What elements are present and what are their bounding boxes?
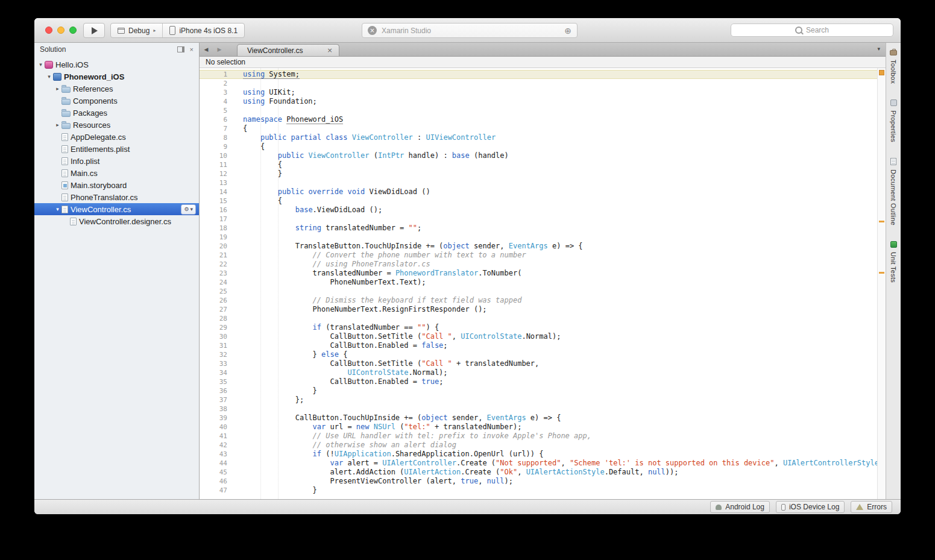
code-line-12[interactable]: 12 } xyxy=(200,169,886,178)
code-line-37[interactable]: 37 }; xyxy=(200,395,886,404)
code-line-16[interactable]: 16 base.ViewDidLoad (); xyxy=(200,206,886,215)
code-line-3[interactable]: 3using UIKit; xyxy=(200,88,886,97)
run-button[interactable] xyxy=(83,23,105,38)
tree-item-phonetranslator-cs[interactable]: PhoneTranslator.cs xyxy=(34,191,199,203)
tree-item-phoneword-ios[interactable]: ▾Phoneword_iOS xyxy=(34,71,199,83)
code-line-30[interactable]: 30 CallButton.SetTitle ("Call ", UIContr… xyxy=(200,332,886,341)
code-editor-surface[interactable]: 1using System;23using UIKit;4using Found… xyxy=(200,68,886,499)
tree-item-hello-ios[interactable]: ▾Hello.iOS xyxy=(34,58,199,71)
code-text: public ViewController (IntPtr handle) : … xyxy=(233,151,509,160)
tree-item-main-storyboard[interactable]: Main.storyboard xyxy=(34,179,199,191)
code-line-13[interactable]: 13 xyxy=(200,178,886,187)
dock-icon[interactable] xyxy=(177,46,184,52)
close-icon[interactable] xyxy=(190,46,194,52)
code-line-8[interactable]: 8 public partial class ViewController : … xyxy=(200,133,886,142)
code-line-11[interactable]: 11 { xyxy=(200,160,886,169)
code-line-1[interactable]: 1using System; xyxy=(200,70,886,79)
code-line-44[interactable]: 44 var alert = UIAlertController.Create … xyxy=(200,459,886,468)
expand-arrow-icon[interactable]: ▸ xyxy=(54,122,61,128)
tree-item-entitlements-plist[interactable]: Entitlements.plist xyxy=(34,143,199,155)
close-tab-icon[interactable] xyxy=(327,46,332,54)
code-line-9[interactable]: 9 { xyxy=(200,142,886,151)
status-button-errors[interactable]: Errors xyxy=(851,501,892,513)
code-line-17[interactable]: 17 xyxy=(200,215,886,224)
line-number: 29 xyxy=(200,323,233,332)
collapse-arrow-icon[interactable]: ▾ xyxy=(54,206,61,212)
zoom-window-button[interactable] xyxy=(69,27,77,34)
expand-arrow-icon[interactable]: ▸ xyxy=(54,86,61,92)
code-line-23[interactable]: 23 translatedNumber = PhonewordTranslato… xyxy=(200,269,886,278)
side-tab-document-outline[interactable]: Document Outline xyxy=(890,158,897,225)
code-line-45[interactable]: 45 alert.AddAction (UIAlertAction.Create… xyxy=(200,468,886,477)
code-line-25[interactable]: 25 xyxy=(200,287,886,296)
code-line-34[interactable]: 34 UIControlState.Normal); xyxy=(200,368,886,377)
code-line-36[interactable]: 36 } xyxy=(200,386,886,395)
collapse-arrow-icon[interactable]: ▾ xyxy=(45,74,53,80)
tab-list-dropdown-icon[interactable] xyxy=(877,46,880,52)
code-text xyxy=(233,106,243,115)
editor-tab-bar: ViewController.cs xyxy=(200,43,886,57)
item-options-button[interactable]: ⚙▾ xyxy=(181,204,196,215)
code-line-26[interactable]: 26 // Dismiss the keyboard if text field… xyxy=(200,296,886,305)
tree-item-viewcontroller-designer-cs[interactable]: ViewController.designer.cs xyxy=(34,215,199,227)
code-line-41[interactable]: 41 // Use URL handler with tel: prefix t… xyxy=(200,432,886,441)
build-configuration-selector[interactable]: Debug ▸ xyxy=(111,24,162,37)
code-text: } xyxy=(233,486,317,495)
code-line-19[interactable]: 19 xyxy=(200,233,886,242)
side-tab-toolbox[interactable]: Toolbox xyxy=(890,50,897,84)
code-line-47[interactable]: 47 } xyxy=(200,486,886,495)
side-tab-properties[interactable]: Properties xyxy=(890,99,897,142)
tree-item-label: References xyxy=(73,84,113,93)
code-text: CallButton.Enabled = true; xyxy=(233,377,443,386)
code-line-39[interactable]: 39 CallButton.TouchUpInside += (object s… xyxy=(200,414,886,423)
code-line-31[interactable]: 31 CallButton.Enabled = false; xyxy=(200,341,886,350)
code-line-42[interactable]: 42 // otherwise show an alert dialog xyxy=(200,441,886,450)
tree-item-info-plist[interactable]: Info.plist xyxy=(34,155,199,167)
code-line-33[interactable]: 33 CallButton.SetTitle ("Call " + transl… xyxy=(200,359,886,368)
tree-item-label: ViewController.cs xyxy=(71,205,131,214)
navigate-forward-icon[interactable] xyxy=(213,43,226,56)
tree-item-components[interactable]: Components xyxy=(34,95,199,107)
code-line-22[interactable]: 22 // using PhoneTranslator.cs xyxy=(200,260,886,269)
code-line-32[interactable]: 32 } else { xyxy=(200,350,886,359)
code-text: CallButton.TouchUpInside += (object send… xyxy=(233,414,561,423)
code-line-14[interactable]: 14 public override void ViewDidLoad () xyxy=(200,187,886,197)
tree-item-appdelegate-cs[interactable]: AppDelegate.cs xyxy=(34,131,199,143)
code-line-10[interactable]: 10 public ViewController (IntPtr handle)… xyxy=(200,151,886,160)
code-line-2[interactable]: 2 xyxy=(200,79,886,88)
code-line-28[interactable]: 28 xyxy=(200,314,886,323)
code-line-18[interactable]: 18 string translatedNumber = ""; xyxy=(200,224,886,233)
minimize-window-button[interactable] xyxy=(57,27,65,34)
code-line-21[interactable]: 21 // Convert the phone number with text… xyxy=(200,251,886,260)
close-window-button[interactable] xyxy=(45,27,52,34)
code-line-27[interactable]: 27 PhoneNumberText.ResignFirstResponder … xyxy=(200,305,886,314)
collapse-arrow-icon[interactable]: ▾ xyxy=(37,61,45,68)
code-line-15[interactable]: 15 { xyxy=(200,197,886,206)
device-selector[interactable]: iPhone 4s iOS 8.1 xyxy=(162,24,244,37)
code-line-24[interactable]: 24 PhoneNumberText.Text); xyxy=(200,278,886,287)
tree-item-viewcontroller-cs[interactable]: ▾ViewController.cs⚙▾ xyxy=(34,203,199,215)
status-button-ios-device-log[interactable]: iOS Device Log xyxy=(776,501,845,513)
code-line-29[interactable]: 29 if (translatedNumber == "") { xyxy=(200,323,886,332)
code-line-46[interactable]: 46 PresentViewController (alert, true, n… xyxy=(200,477,886,486)
code-line-35[interactable]: 35 CallButton.Enabled = true; xyxy=(200,377,886,386)
code-line-5[interactable]: 5 xyxy=(200,106,886,115)
tree-item-references[interactable]: ▸References xyxy=(34,83,199,95)
search-input[interactable]: Search xyxy=(731,24,893,37)
code-line-4[interactable]: 4using Foundation; xyxy=(200,97,886,106)
navigate-back-icon[interactable] xyxy=(200,43,213,56)
code-line-43[interactable]: 43 if (!UIApplication.SharedApplication.… xyxy=(200,450,886,459)
code-line-38[interactable]: 38 xyxy=(200,404,886,414)
code-line-40[interactable]: 40 var url = new NSUrl ("tel:" + transla… xyxy=(200,423,886,432)
side-tab-unit-tests[interactable]: Unit Tests xyxy=(890,241,897,283)
tree-item-resources[interactable]: ▸Resources xyxy=(34,119,199,131)
status-button-android-log[interactable]: Android Log xyxy=(710,501,770,513)
code-line-7[interactable]: 7{ xyxy=(200,124,886,133)
tab-viewcontroller-cs[interactable]: ViewController.cs xyxy=(237,44,339,56)
code-text: if (translatedNumber == "") { xyxy=(233,323,439,332)
code-line-6[interactable]: 6namespace Phoneword_iOS xyxy=(200,115,886,124)
code-line-20[interactable]: 20 TranslateButton.TouchUpInside += (obj… xyxy=(200,242,886,251)
tree-item-packages[interactable]: Packages xyxy=(34,107,199,119)
scroll-annotation-strip[interactable] xyxy=(877,68,886,499)
tree-item-main-cs[interactable]: Main.cs xyxy=(34,167,199,179)
